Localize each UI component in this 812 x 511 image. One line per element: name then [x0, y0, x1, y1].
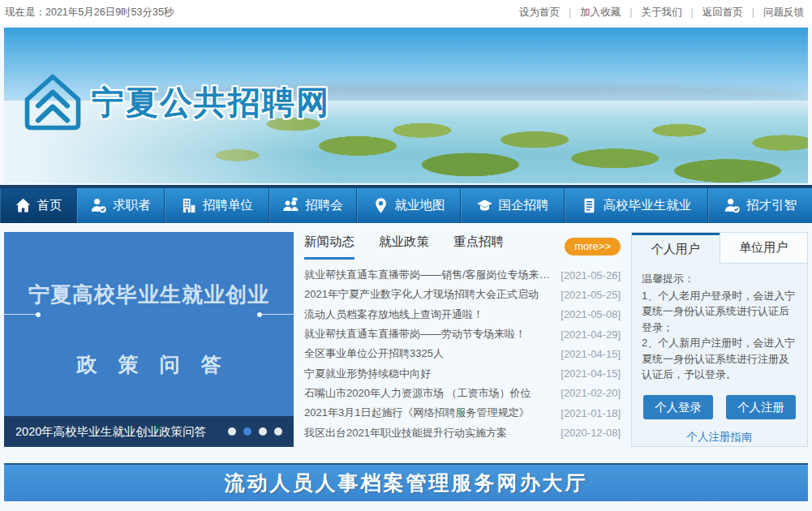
bottom-banner[interactable]: 流动人员人事档案管理服务网办大厅	[4, 463, 808, 501]
nav-item[interactable]: 招聘会	[269, 188, 357, 223]
nav-item[interactable]: 求职者	[77, 188, 165, 223]
nav-item-label: 国企招聘	[499, 197, 549, 214]
slider-dot[interactable]	[274, 427, 282, 436]
news-item[interactable]: 就业帮扶直通车直播带岗——销售/客服岗位专场来啦！ [2021-05-26]	[304, 265, 621, 285]
news-item[interactable]: 就业帮扶直通车直播带岗——劳动节专场来啦！ [2021-04-29]	[304, 324, 621, 344]
news-item-date: [2021-04-15]	[561, 367, 621, 380]
news-item-date: [2021-05-25]	[561, 289, 621, 301]
nav-item-label: 高校毕业生就业	[604, 197, 692, 214]
news-list: 就业帮扶直通车直播带岗——销售/客服岗位专场来啦！ [2021-05-26] 2…	[304, 265, 621, 443]
home-icon	[15, 197, 32, 214]
login-panel: 个人用户单位用户 温馨提示： 1、个人老用户登录时，会进入宁夏统一身份认证系统进…	[631, 232, 808, 447]
news-item-date: [2021-05-26]	[561, 269, 621, 281]
job-seeker-icon	[90, 197, 107, 214]
graduation-cap-icon	[476, 197, 493, 214]
news-item-title[interactable]: 宁夏就业形势持续稳中向好	[304, 367, 431, 381]
nav-item-label: 招聘会	[305, 197, 343, 214]
news-item[interactable]: 2021年宁夏产业数字化人才现场招聘大会正式启动 [2021-05-25]	[304, 285, 621, 304]
main-content: 宁夏高校毕业生就业创业 政策问答 2020年高校毕业生就业创业政策问答 新闻动态…	[4, 232, 808, 447]
nav-item[interactable]: 首页	[0, 188, 77, 223]
news-item-title[interactable]: 2021年宁夏产业数字化人才现场招聘大会正式启动	[304, 287, 539, 302]
news-item-date: [2021-01-18]	[561, 407, 621, 419]
login-buttons: 个人登录 个人注册	[632, 395, 807, 419]
slider-dots	[228, 427, 282, 436]
login-tab[interactable]: 单位用户	[720, 233, 808, 264]
site-name: 宁夏公共招聘网	[92, 80, 330, 125]
news-tab[interactable]: 就业政策	[379, 234, 429, 260]
personal-login-button[interactable]: 个人登录	[643, 395, 713, 419]
document-icon	[581, 197, 598, 214]
logo-house-icon	[24, 73, 82, 131]
login-tab[interactable]: 个人用户	[632, 233, 720, 264]
register-guide-link[interactable]: 个人注册指南	[632, 430, 807, 444]
top-link[interactable]: 返回首页	[682, 6, 743, 19]
top-link[interactable]: 问题反馈	[743, 6, 804, 19]
news-item[interactable]: 流动人员档案存放地线上查询开通啦！ [2021-05-08]	[304, 305, 621, 324]
tips-lines: 1、个人老用户登录时，会进入宁夏统一身份认证系统进行认证后登录；2、个人新用户注…	[642, 288, 797, 383]
decor-line-right	[260, 314, 294, 315]
slider-caption-text[interactable]: 2020年高校毕业生就业创业政策问答	[15, 424, 206, 440]
login-tabs: 个人用户单位用户	[632, 233, 807, 264]
slider-dot[interactable]	[259, 427, 267, 436]
news-tab[interactable]: 重点招聘	[453, 234, 504, 260]
job-fair-group-icon	[282, 197, 299, 214]
slider-caption-bar: 2020年高校毕业生就业创业政策问答	[4, 416, 294, 447]
nav-item-label: 首页	[37, 197, 62, 214]
header-banner: 宁夏公共招聘网	[4, 28, 808, 183]
main-nav: 首页 求职者 招聘单位 招聘会 就业地图 国企招聘 高校毕业生就业 招才引智	[0, 185, 812, 223]
news-item-date: [2021-02-20]	[561, 387, 621, 399]
more-button[interactable]: more>>	[565, 238, 621, 256]
news-item[interactable]: 全区事业单位公开招聘3325人 [2021-04-15]	[304, 344, 621, 363]
nav-item[interactable]: 招聘单位	[165, 188, 269, 223]
nav-item[interactable]: 国企招聘	[461, 188, 565, 223]
top-link[interactable]: 设为首页	[519, 6, 560, 19]
nav-item[interactable]: 就业地图	[357, 188, 461, 223]
news-header: 新闻动态就业政策重点招聘 more>>	[304, 234, 621, 260]
news-item[interactable]: 宁夏就业形势持续稳中向好 [2021-04-15]	[304, 363, 621, 383]
slider-title: 宁夏高校毕业生就业创业	[4, 281, 294, 309]
top-link[interactable]: 加入收藏	[560, 6, 621, 19]
news-item-date: [2021-04-15]	[561, 348, 621, 360]
nav-item-label: 求职者	[113, 197, 151, 214]
news-item-title[interactable]: 流动人员档案存放地线上查询开通啦！	[304, 307, 483, 322]
slider-dot[interactable]	[243, 427, 251, 436]
hero-slider[interactable]: 宁夏高校毕业生就业创业 政策问答 2020年高校毕业生就业创业政策问答	[4, 232, 294, 447]
nav-item[interactable]: 高校毕业生就业	[565, 188, 708, 223]
news-item[interactable]: 石嘴山市2020年人力资源市场 （工资市场）价位 [2021-02-20]	[304, 384, 621, 403]
decor-line-left	[4, 314, 38, 315]
login-tips: 温馨提示： 1、个人老用户登录时，会进入宁夏统一身份认证系统进行认证后登录；2、…	[632, 264, 807, 383]
current-time: 现在是：2021年5月26日9时53分35秒	[5, 6, 174, 19]
slider-dot[interactable]	[228, 427, 236, 436]
nav-item[interactable]: 招才引智	[708, 188, 812, 223]
news-item-title[interactable]: 我区出台2021年职业技能提升行动实施方案	[304, 426, 507, 440]
top-link[interactable]: 关于我们	[621, 6, 681, 19]
slider-subtitle: 政策问答	[4, 351, 294, 378]
tips-title: 温馨提示：	[642, 271, 797, 287]
nav-item-label: 就业地图	[395, 197, 445, 214]
news-item-date: [2021-05-08]	[561, 308, 621, 320]
news-item-title[interactable]: 石嘴山市2020年人力资源市场 （工资市场）价位	[304, 386, 531, 401]
map-pin-icon	[372, 197, 389, 214]
tip-line: 2、个人新用户注册时，会进入宁夏统一身份认证系统进行注册及认证后，予以登录。	[642, 335, 797, 383]
news-tab-list: 新闻动态就业政策重点招聘	[304, 234, 528, 260]
news-item[interactable]: 2021年3月1日起施行《网络招聘服务管理规定》 [2021-01-18]	[304, 403, 621, 423]
site-logo[interactable]: 宁夏公共招聘网	[24, 73, 330, 131]
personal-register-button[interactable]: 个人注册	[726, 395, 796, 419]
talent-check-icon	[724, 197, 741, 214]
employer-building-icon	[180, 197, 197, 214]
top-bar: 现在是：2021年5月26日9时53分35秒 设为首页 加入收藏 关于我们 返回…	[0, 0, 812, 24]
bottom-banner-title: 流动人员人事档案管理服务网办大厅	[225, 470, 588, 496]
nav-item-label: 招聘单位	[203, 197, 253, 214]
news-item-date: [2020-12-08]	[561, 427, 621, 439]
news-item-date: [2021-04-29]	[561, 328, 621, 341]
news-item[interactable]: 我区出台2021年职业技能提升行动实施方案 [2020-12-08]	[304, 423, 621, 442]
news-panel: 新闻动态就业政策重点招聘 more>> 就业帮扶直通车直播带岗——销售/客服岗位…	[304, 232, 621, 447]
news-item-title[interactable]: 全区事业单位公开招聘3325人	[304, 346, 444, 361]
tip-line: 1、个人老用户登录时，会进入宁夏统一身份认证系统进行认证后登录；	[642, 288, 797, 336]
top-links: 设为首页 加入收藏 关于我们 返回首页 问题反馈	[519, 6, 804, 19]
news-item-title[interactable]: 就业帮扶直通车直播带岗——销售/客服岗位专场来啦！	[304, 268, 552, 282]
news-item-title[interactable]: 就业帮扶直通车直播带岗——劳动节专场来啦！	[304, 327, 526, 341]
nav-item-label: 招才引智	[746, 197, 797, 214]
news-item-title[interactable]: 2021年3月1日起施行《网络招聘服务管理规定》	[304, 406, 529, 420]
news-tab[interactable]: 新闻动态	[304, 234, 354, 260]
